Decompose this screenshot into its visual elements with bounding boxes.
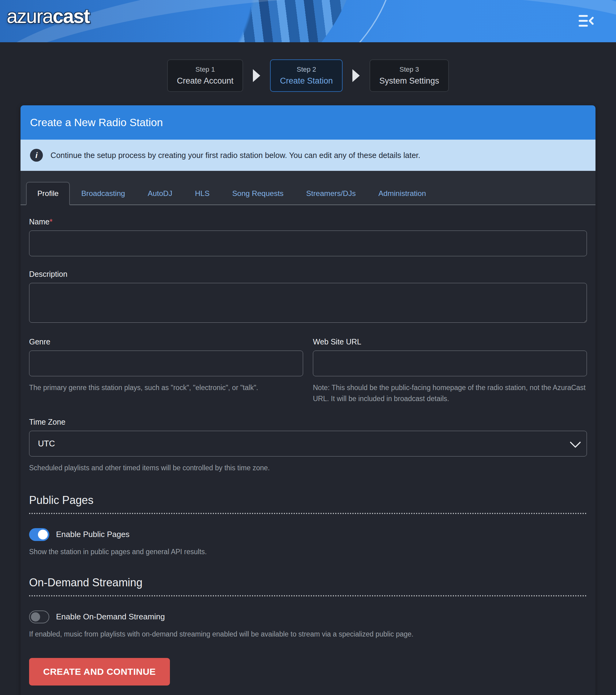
tab-hls[interactable]: HLS: [184, 182, 221, 205]
timezone-label: Time Zone: [29, 418, 587, 426]
step-number: Step 1: [195, 66, 215, 73]
step-3-system-settings: Step 3 System Settings: [370, 60, 449, 92]
tab-song-requests[interactable]: Song Requests: [221, 182, 295, 205]
description-label: Description: [29, 270, 587, 278]
public-pages-help-text: Show the station in public pages and gen…: [29, 548, 587, 556]
info-banner: i Continue the setup process by creating…: [20, 140, 596, 171]
info-icon: i: [30, 149, 43, 162]
timezone-select[interactable]: UTC: [29, 431, 587, 457]
tab-administration[interactable]: Administration: [367, 182, 437, 205]
setup-step-indicator: Step 1 Create Account Step 2 Create Stat…: [0, 60, 616, 92]
step-arrow-icon: [353, 69, 360, 82]
genre-input[interactable]: [29, 351, 303, 376]
on-demand-help-text: If enabled, music from playlists with on…: [29, 630, 587, 638]
required-marker: *: [50, 217, 53, 226]
step-number: Step 2: [297, 66, 316, 73]
toggle-knob: [38, 530, 48, 540]
step-arrow-icon: [253, 69, 260, 82]
app-header: azuracast: [0, 0, 616, 42]
website-url-help-text: Note: This should be the public-facing h…: [313, 383, 587, 404]
step-label: Create Account: [177, 76, 234, 86]
create-station-card: Create a New Radio Station i Continue th…: [20, 105, 596, 695]
step-2-create-station: Step 2 Create Station: [270, 60, 343, 92]
on-demand-heading: On-Demand Streaming: [29, 576, 587, 589]
section-divider: [29, 513, 587, 514]
genre-label: Genre: [29, 337, 303, 346]
logo-text-light: azura: [7, 5, 53, 27]
menu-open-icon: [578, 14, 594, 28]
info-banner-text: Continue the setup process by creating y…: [51, 151, 421, 160]
create-and-continue-button[interactable]: CREATE AND CONTINUE: [29, 658, 170, 685]
name-label: Name*: [29, 217, 587, 226]
timezone-selected-value: UTC: [38, 439, 55, 448]
page-title: Create a New Radio Station: [30, 116, 163, 129]
chevron-down-icon: [570, 437, 581, 448]
toggle-knob: [31, 612, 40, 622]
azuracast-logo: azuracast: [7, 5, 89, 28]
step-number: Step 3: [399, 66, 419, 73]
card-header: Create a New Radio Station: [20, 105, 596, 140]
section-divider: [29, 595, 587, 596]
genre-help-text: The primary genre this station plays, su…: [29, 383, 303, 393]
timezone-help-text: Scheduled playlists and other timed item…: [29, 463, 587, 474]
website-url-label: Web Site URL: [313, 337, 587, 346]
header-artwork: [0, 0, 616, 42]
enable-on-demand-label: Enable On-Demand Streaming: [56, 612, 165, 622]
step-1-create-account: Step 1 Create Account: [167, 60, 243, 92]
menu-toggle-button[interactable]: [578, 14, 595, 29]
step-label: System Settings: [379, 76, 439, 86]
name-input[interactable]: [29, 231, 587, 256]
tab-streamers-djs[interactable]: Streamers/DJs: [295, 182, 367, 205]
description-textarea[interactable]: [29, 283, 587, 323]
enable-on-demand-toggle[interactable]: [29, 610, 49, 623]
tab-broadcasting[interactable]: Broadcasting: [70, 182, 136, 205]
enable-public-pages-label: Enable Public Pages: [56, 530, 130, 539]
tab-profile[interactable]: Profile: [26, 182, 70, 205]
public-pages-heading: Public Pages: [29, 494, 587, 507]
website-url-input[interactable]: [313, 351, 587, 376]
tab-autodj[interactable]: AutoDJ: [136, 182, 183, 205]
logo-text-bold: cast: [53, 5, 89, 27]
profile-tab-panel: Name* Description Genre The primary genr…: [20, 205, 596, 695]
station-tabs: Profile Broadcasting AutoDJ HLS Song Req…: [20, 171, 596, 205]
enable-public-pages-toggle[interactable]: [29, 528, 49, 541]
step-label: Create Station: [280, 76, 333, 86]
